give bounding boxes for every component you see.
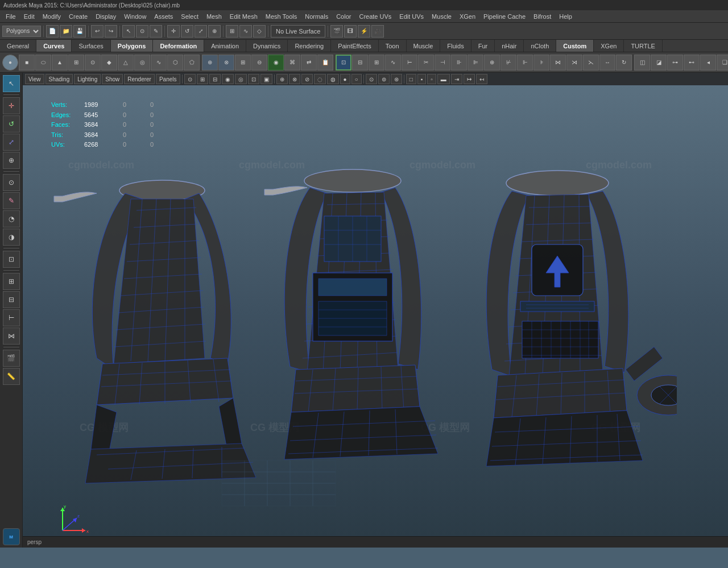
vp-shading-menu[interactable]: Shading bbox=[46, 74, 73, 84]
wedge-btn[interactable]: ◂ bbox=[700, 55, 716, 71]
collapse-btn[interactable]: ⋋ bbox=[583, 55, 599, 71]
move-btn[interactable]: ✛ bbox=[167, 25, 180, 38]
vp-icon7[interactable]: ▣ bbox=[260, 74, 272, 84]
helix-btn[interactable]: ∿ bbox=[151, 55, 167, 71]
universal-manip-btn[interactable]: ⊕ bbox=[3, 152, 20, 169]
vp-icon8[interactable]: ⊕ bbox=[276, 74, 288, 84]
soccer-btn[interactable]: ⬡ bbox=[167, 55, 183, 71]
vp-icon12[interactable]: ◍ bbox=[327, 74, 339, 84]
snap-curve-btn[interactable]: ∿ bbox=[239, 25, 252, 38]
menu-mesh-tools[interactable]: Mesh Tools bbox=[262, 12, 300, 21]
append-btn[interactable]: ⊞ bbox=[369, 55, 384, 71]
menu-file[interactable]: File bbox=[2, 12, 19, 21]
connect-btn[interactable]: ⊩ bbox=[517, 55, 533, 71]
tab-muscle[interactable]: Muscle bbox=[407, 40, 441, 52]
slide-edge-btn[interactable]: ⊬ bbox=[500, 55, 516, 71]
vp-layout4[interactable]: ▬ bbox=[437, 74, 450, 84]
pyramid-btn[interactable]: △ bbox=[118, 55, 134, 71]
scale-tool-btn[interactable]: ⤢ bbox=[3, 134, 20, 151]
torus-btn[interactable]: ⊙ bbox=[85, 55, 101, 71]
artisan-btn[interactable]: ◑ bbox=[3, 229, 20, 246]
menu-create[interactable]: Create bbox=[65, 12, 91, 21]
poly-create-btn[interactable]: ⊞ bbox=[3, 273, 20, 290]
vp-icon15[interactable]: ⊙ bbox=[366, 74, 377, 84]
select-tool-btn[interactable]: ↖ bbox=[3, 75, 20, 92]
render3-btn[interactable]: 🎥 bbox=[371, 25, 384, 38]
platonic-btn[interactable]: ⬠ bbox=[184, 55, 200, 71]
pipe-btn[interactable]: ◎ bbox=[134, 55, 150, 71]
vp-icon9[interactable]: ⊗ bbox=[289, 74, 300, 84]
tab-general[interactable]: General bbox=[0, 40, 36, 52]
clipboard-btn[interactable]: 📋 bbox=[317, 55, 333, 71]
vp-icon5[interactable]: ◎ bbox=[235, 74, 247, 84]
vp-icon6[interactable]: ⊡ bbox=[248, 74, 259, 84]
prism-btn[interactable]: ◆ bbox=[101, 55, 117, 71]
uncrease-btn[interactable]: ⊷ bbox=[684, 55, 700, 71]
tab-nhair[interactable]: nHair bbox=[495, 40, 524, 52]
scale-btn[interactable]: ⤢ bbox=[195, 25, 207, 38]
merge-center-btn[interactable]: ⋊ bbox=[566, 55, 582, 71]
menu-modify[interactable]: Modify bbox=[39, 12, 64, 21]
vp-renderer-menu[interactable]: Renderer bbox=[124, 74, 155, 84]
maya-logo-btn[interactable]: M bbox=[3, 528, 20, 545]
tab-deformation[interactable]: Deformation bbox=[153, 40, 204, 52]
menu-help[interactable]: Help bbox=[556, 12, 576, 21]
spin-edge-btn[interactable]: ↻ bbox=[616, 55, 632, 71]
tab-polygons[interactable]: Polygons bbox=[111, 40, 154, 52]
bevel-btn[interactable]: ◫ bbox=[634, 55, 650, 71]
menu-create-uvs[interactable]: Create UVs bbox=[355, 12, 395, 21]
average-vertices-btn[interactable]: ⌘ bbox=[284, 55, 300, 71]
poly-extrude-btn[interactable]: ⊟ bbox=[3, 291, 20, 308]
vp-icon20[interactable]: ↤ bbox=[476, 74, 487, 84]
tab-ncloth[interactable]: nCloth bbox=[524, 40, 556, 52]
transfer-btn[interactable]: ⇄ bbox=[301, 55, 317, 71]
lasso-btn[interactable]: ⊙ bbox=[136, 25, 148, 38]
ipr-btn[interactable]: ⚡ bbox=[358, 25, 370, 38]
tab-curves[interactable]: Curves bbox=[36, 40, 72, 52]
menu-normals[interactable]: Normals bbox=[301, 12, 332, 21]
tab-rendering[interactable]: Rendering bbox=[288, 40, 331, 52]
render-region-btn[interactable]: 🎬 bbox=[3, 350, 20, 367]
vp-layout1[interactable]: □ bbox=[406, 74, 416, 84]
rotate-tool-btn[interactable]: ↺ bbox=[3, 115, 20, 132]
vp-icon4[interactable]: ◉ bbox=[222, 74, 234, 84]
tab-custom[interactable]: Custom bbox=[556, 40, 594, 52]
move-tool-btn[interactable]: ✛ bbox=[3, 97, 20, 114]
snap-point-btn[interactable]: ◇ bbox=[253, 25, 266, 38]
measure-btn[interactable]: 📏 bbox=[3, 368, 20, 385]
menu-pipeline-cache[interactable]: Pipeline Cache bbox=[480, 12, 529, 21]
vp-icon10[interactable]: ⊘ bbox=[301, 74, 313, 84]
smooth-btn[interactable]: ◉ bbox=[268, 55, 284, 71]
offset-edge-btn[interactable]: ⊫ bbox=[468, 55, 483, 71]
poly-split-btn[interactable]: ⊢ bbox=[3, 309, 20, 326]
vp-show-menu[interactable]: Show bbox=[102, 74, 123, 84]
render-btn[interactable]: 🎬 bbox=[330, 25, 343, 38]
vp-icon17[interactable]: ⊛ bbox=[391, 74, 402, 84]
menu-select[interactable]: Select bbox=[177, 12, 202, 21]
tab-painteffects[interactable]: PaintEffects bbox=[331, 40, 379, 52]
vp-panels-menu[interactable]: Panels bbox=[156, 74, 180, 84]
combine-btn[interactable]: ⊕ bbox=[202, 55, 218, 71]
menu-edit-mesh[interactable]: Edit Mesh bbox=[226, 12, 261, 21]
interactive-split-btn[interactable]: ⊣ bbox=[435, 55, 450, 71]
vp-icon14[interactable]: ○ bbox=[351, 74, 362, 84]
select-btn[interactable]: ↖ bbox=[122, 25, 135, 38]
poly-merge-btn[interactable]: ⋈ bbox=[3, 327, 20, 345]
tab-toon[interactable]: Toon bbox=[379, 40, 407, 52]
crease-btn[interactable]: ⊶ bbox=[667, 55, 683, 71]
redo-btn[interactable]: ↪ bbox=[105, 25, 117, 38]
undo-btn[interactable]: ↩ bbox=[91, 25, 104, 38]
vp-icon11[interactable]: ◌ bbox=[314, 74, 326, 84]
tab-dynamics[interactable]: Dynamics bbox=[246, 40, 288, 52]
new-scene-btn[interactable]: 📄 bbox=[46, 25, 59, 38]
vp-icon1[interactable]: ⊙ bbox=[184, 74, 196, 84]
mode-select[interactable]: Polygons bbox=[2, 26, 41, 37]
vp-icon19[interactable]: ↦ bbox=[464, 74, 475, 84]
show-manips-btn[interactable]: ⊡ bbox=[3, 251, 20, 268]
cone-btn[interactable]: ▲ bbox=[52, 55, 68, 71]
menu-mesh[interactable]: Mesh bbox=[203, 12, 225, 21]
sculpt-btn[interactable]: ✎ bbox=[3, 192, 20, 209]
soft-mod-btn[interactable]: ⊙ bbox=[3, 174, 20, 191]
transform-btn[interactable]: ⊕ bbox=[208, 25, 221, 38]
vp-icon16[interactable]: ⊚ bbox=[378, 74, 390, 84]
